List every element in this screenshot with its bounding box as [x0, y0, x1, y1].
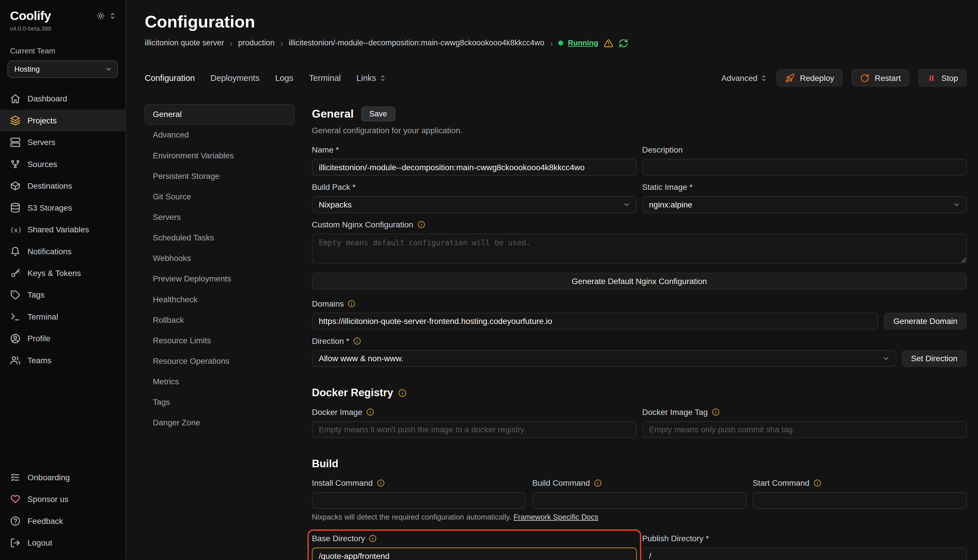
subnav-item-preview-deployments[interactable]: Preview Deployments: [145, 268, 294, 289]
static-image-label: Static Image *: [642, 183, 967, 192]
sidebar-item-teams[interactable]: Teams: [0, 349, 125, 371]
subnav-item-advanced[interactable]: Advanced: [145, 125, 294, 145]
teams-icon: [10, 355, 21, 366]
sidebar-item-label: S3 Storages: [27, 203, 72, 212]
sidebar-item-notifications[interactable]: Notifications: [0, 240, 125, 262]
chevron-down-icon: [882, 355, 890, 363]
subnav-item-tags[interactable]: Tags: [145, 392, 294, 412]
sidebar-item-shared-variables[interactable]: (x) Shared Variables: [0, 219, 125, 240]
direction-select[interactable]: Allow www & non-www.: [312, 350, 896, 367]
breadcrumb-project[interactable]: illicitonion quote server: [145, 39, 224, 47]
sidebar-item-servers[interactable]: Servers: [0, 132, 125, 153]
save-button[interactable]: Save: [361, 107, 395, 122]
team-select[interactable]: Hosting: [8, 60, 118, 78]
breadcrumb: illicitonion quote server › production ›…: [145, 38, 967, 48]
framework-docs-link[interactable]: Framework Specific Docs: [513, 513, 599, 521]
docker-image-input[interactable]: [312, 421, 637, 438]
warning-icon[interactable]: [604, 38, 613, 48]
base-directory-input[interactable]: [312, 548, 637, 560]
settings-subnav: General Advanced Environment Variables P…: [145, 104, 294, 560]
tab-terminal[interactable]: Terminal: [309, 73, 341, 82]
subnav-item-git-source[interactable]: Git Source: [145, 187, 294, 207]
info-icon: [417, 220, 425, 228]
custom-nginx-textarea[interactable]: [312, 233, 967, 263]
subnav-item-environment-variables[interactable]: Environment Variables: [145, 145, 294, 165]
advanced-dropdown[interactable]: Advanced: [722, 73, 768, 82]
subnav-item-servers[interactable]: Servers: [145, 207, 294, 227]
start-command-input[interactable]: [753, 492, 967, 509]
team-select-value: Hosting: [15, 65, 40, 73]
redeploy-button[interactable]: Redeploy: [777, 69, 843, 87]
breadcrumb-application[interactable]: illicitestonion/-module--decomposition:m…: [289, 39, 544, 47]
restart-button[interactable]: Restart: [852, 69, 909, 87]
theme-toggle-sun-icon[interactable]: [97, 12, 105, 20]
stop-icon: [927, 73, 936, 82]
section-title-build: Build: [312, 458, 967, 470]
subnav-item-resource-limits[interactable]: Resource Limits: [145, 330, 294, 351]
subnav-item-general[interactable]: General: [145, 104, 294, 125]
sidebar-item-keys-tokens[interactable]: Keys & Tokens: [0, 262, 125, 284]
refresh-status-icon[interactable]: [619, 38, 628, 48]
status-badge: Running: [558, 39, 598, 47]
subnav-item-webhooks[interactable]: Webhooks: [145, 248, 294, 268]
sidebar-item-label: Keys & Tokens: [27, 268, 81, 278]
tab-configuration[interactable]: Configuration: [145, 73, 195, 82]
subnav-item-healthcheck[interactable]: Healthcheck: [145, 289, 294, 310]
destinations-icon: [10, 181, 21, 191]
name-label: Name *: [312, 145, 637, 154]
status-dot: [558, 40, 563, 45]
chevron-down-icon: [105, 65, 112, 73]
stop-button[interactable]: Stop: [918, 69, 967, 87]
generate-domain-button[interactable]: Generate Domain: [884, 313, 967, 329]
chevrons-up-down-icon[interactable]: [109, 12, 117, 20]
sidebar-item-label: Teams: [27, 356, 52, 365]
sidebar-item-s3-storages[interactable]: S3 Storages: [0, 197, 125, 218]
logout-icon: [10, 537, 21, 548]
subnav-item-persistent-storage[interactable]: Persistent Storage: [145, 165, 294, 186]
sidebar-item-feedback[interactable]: Feedback: [0, 510, 125, 532]
subnav-item-metrics[interactable]: Metrics: [145, 371, 294, 392]
description-input[interactable]: [642, 159, 967, 176]
sponsor-heart-icon: [10, 494, 21, 505]
sidebar-item-onboarding[interactable]: Onboarding: [0, 467, 125, 488]
breadcrumb-environment[interactable]: production: [238, 39, 275, 47]
sidebar-item-sources[interactable]: Sources: [0, 153, 125, 175]
servers-icon: [10, 137, 21, 148]
build-command-input[interactable]: [532, 492, 747, 509]
install-command-input[interactable]: [312, 492, 526, 509]
status-running-link[interactable]: Running: [568, 39, 599, 47]
current-team-label: Current Team: [0, 47, 125, 55]
start-command-label: Start Command: [753, 478, 967, 488]
sidebar-item-label: Shared Variables: [27, 225, 89, 234]
docker-image-tag-input[interactable]: [642, 421, 967, 438]
onboarding-icon: [10, 472, 21, 483]
static-image-select[interactable]: nginx:alpine: [642, 196, 967, 213]
sidebar-item-terminal[interactable]: Terminal: [0, 306, 125, 327]
subnav-item-rollback[interactable]: Rollback: [145, 310, 294, 330]
generate-nginx-config-button[interactable]: Generate Default Nginx Configuration: [312, 273, 967, 290]
tab-logs[interactable]: Logs: [275, 73, 293, 82]
info-icon: [348, 300, 356, 308]
name-input[interactable]: [312, 159, 637, 176]
sidebar-item-projects[interactable]: Projects: [0, 110, 125, 131]
sidebar-item-label: Sponsor us: [27, 495, 69, 504]
publish-directory-input[interactable]: [642, 548, 967, 560]
build-pack-select[interactable]: Nixpacks: [312, 196, 637, 213]
info-icon: [369, 535, 377, 543]
subnav-item-resource-operations[interactable]: Resource Operations: [145, 351, 294, 371]
keys-tokens-icon: [10, 268, 21, 278]
sidebar-item-dashboard[interactable]: Dashboard: [0, 88, 125, 110]
set-direction-button[interactable]: Set Direction: [902, 350, 967, 367]
subnav-item-scheduled-tasks[interactable]: Scheduled Tasks: [145, 227, 294, 248]
domains-input[interactable]: [312, 313, 878, 329]
sidebar-item-tags[interactable]: Tags: [0, 284, 125, 306]
sidebar-item-destinations[interactable]: Destinations: [0, 175, 125, 197]
sidebar-item-profile[interactable]: Profile: [0, 328, 125, 349]
tab-links[interactable]: Links: [356, 73, 387, 82]
tab-deployments[interactable]: Deployments: [211, 73, 260, 82]
sidebar-item-sponsor-us[interactable]: Sponsor us: [0, 488, 125, 510]
subnav-item-danger-zone[interactable]: Danger Zone: [145, 412, 294, 433]
sidebar-item-logout[interactable]: Logout: [0, 532, 125, 553]
info-icon: [593, 479, 602, 487]
restart-icon: [860, 73, 869, 82]
